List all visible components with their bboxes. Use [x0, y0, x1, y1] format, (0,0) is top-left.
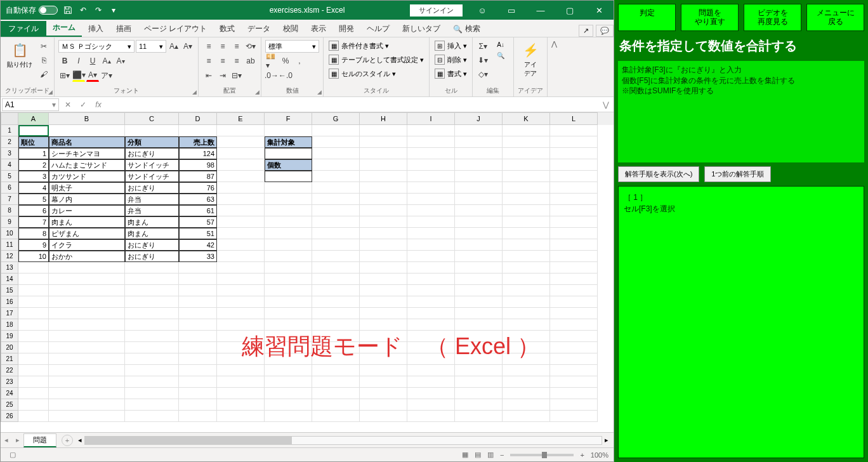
judge-button[interactable]: 判定: [618, 4, 676, 31]
cell[interactable]: 8: [18, 228, 49, 239]
cell[interactable]: [217, 194, 265, 205]
cell[interactable]: 98: [179, 159, 217, 171]
cell[interactable]: サンドイッチ: [125, 159, 179, 171]
cell[interactable]: [503, 148, 550, 159]
cell[interactable]: [265, 194, 312, 205]
cell[interactable]: [550, 331, 598, 342]
name-box[interactable]: A1▾: [2, 98, 59, 111]
column-header[interactable]: H: [360, 112, 407, 125]
cell[interactable]: [503, 125, 550, 136]
cell[interactable]: [179, 285, 217, 296]
row-header[interactable]: 21: [1, 353, 18, 365]
record-macro-icon[interactable]: ▢: [6, 451, 16, 459]
cell[interactable]: 3: [18, 171, 49, 182]
fill-color-button[interactable]: ⬛▾: [72, 69, 85, 82]
cell[interactable]: [550, 388, 598, 399]
cell[interactable]: [312, 205, 360, 216]
column-header[interactable]: B: [49, 112, 125, 125]
menu-button[interactable]: メニューに 戻る: [806, 4, 864, 31]
cell[interactable]: [18, 308, 49, 319]
cell[interactable]: 51: [179, 228, 217, 239]
sheet-nav-last-icon[interactable]: ▸: [12, 436, 23, 444]
cell[interactable]: [18, 411, 49, 422]
cell[interactable]: [360, 216, 407, 228]
cell[interactable]: [503, 308, 550, 319]
increase-font-icon[interactable]: A▴: [168, 40, 180, 53]
cell[interactable]: [312, 148, 360, 159]
dialog-launcher-icon[interactable]: ◢: [255, 89, 260, 95]
cell[interactable]: [407, 216, 455, 228]
cell[interactable]: カツサンド: [49, 171, 125, 182]
paste-button[interactable]: 📋 貼り付け: [4, 40, 35, 70]
cell[interactable]: [125, 319, 179, 331]
cell[interactable]: [179, 411, 217, 422]
phonetic-button[interactable]: ア▾: [100, 69, 113, 82]
row-header[interactable]: 15: [1, 285, 18, 296]
cell[interactable]: [217, 376, 265, 388]
cell[interactable]: [49, 365, 125, 376]
cell[interactable]: [217, 399, 265, 411]
minimize-button[interactable]: —: [526, 1, 555, 20]
cell[interactable]: [312, 399, 360, 411]
redo-icon[interactable]: ↷: [93, 5, 103, 15]
fx-icon[interactable]: fx: [91, 100, 106, 109]
cell[interactable]: 1: [18, 148, 49, 159]
underline-button[interactable]: U: [86, 55, 99, 67]
cell[interactable]: [312, 216, 360, 228]
qat-dropdown-icon[interactable]: ▾: [109, 5, 119, 15]
align-bottom-icon[interactable]: ≡: [230, 40, 243, 53]
cell[interactable]: [455, 182, 503, 194]
toggle-off-icon[interactable]: [39, 6, 58, 15]
cell[interactable]: [407, 251, 455, 262]
cell[interactable]: ピザまん: [49, 228, 125, 239]
cell[interactable]: [217, 331, 265, 342]
cell[interactable]: [265, 342, 312, 353]
row-header[interactable]: 6: [1, 182, 18, 194]
column-header[interactable]: G: [312, 112, 360, 125]
cell[interactable]: [360, 205, 407, 216]
tab-home[interactable]: ホーム: [46, 20, 82, 37]
cell[interactable]: [312, 296, 360, 308]
redo-button[interactable]: 問題を やり直す: [681, 4, 739, 31]
cell[interactable]: [265, 399, 312, 411]
cell[interactable]: [265, 331, 312, 342]
ribbon-options-icon[interactable]: ▭: [497, 1, 526, 20]
comments-button[interactable]: 💬: [596, 25, 614, 37]
face-icon[interactable]: ☺: [468, 1, 497, 20]
cell[interactable]: カレー: [49, 205, 125, 216]
cell[interactable]: [550, 171, 598, 182]
cell[interactable]: [312, 262, 360, 274]
cell[interactable]: [550, 376, 598, 388]
cell[interactable]: [18, 262, 49, 274]
cell[interactable]: [503, 239, 550, 251]
cell[interactable]: [503, 376, 550, 388]
cell[interactable]: [18, 342, 49, 353]
tab-file[interactable]: ファイル: [1, 21, 46, 37]
enter-formula-icon[interactable]: ✓: [76, 100, 91, 109]
cell[interactable]: 明太子: [49, 182, 125, 194]
zoom-in-button[interactable]: +: [580, 451, 584, 459]
format-cells-button[interactable]: ▦書式 ▾: [433, 68, 468, 79]
cell[interactable]: [503, 342, 550, 353]
cell[interactable]: [49, 353, 125, 365]
cell[interactable]: [18, 388, 49, 399]
increase-decimal-icon[interactable]: .0→: [265, 69, 278, 82]
cell[interactable]: [455, 136, 503, 148]
cell[interactable]: [407, 331, 455, 342]
cell[interactable]: [550, 159, 598, 171]
align-left-icon[interactable]: ≡: [202, 55, 215, 67]
cell[interactable]: [125, 365, 179, 376]
cell[interactable]: [407, 342, 455, 353]
cell[interactable]: [18, 376, 49, 388]
cell[interactable]: [312, 388, 360, 399]
row-header[interactable]: 10: [1, 228, 18, 239]
cell[interactable]: [312, 411, 360, 422]
dialog-launcher-icon[interactable]: ◢: [192, 89, 197, 95]
cell[interactable]: [550, 411, 598, 422]
cell[interactable]: [265, 285, 312, 296]
column-header[interactable]: J: [455, 112, 503, 125]
cell[interactable]: [407, 285, 455, 296]
cell[interactable]: [360, 159, 407, 171]
cell[interactable]: [49, 319, 125, 331]
row-header[interactable]: 1: [1, 125, 18, 136]
